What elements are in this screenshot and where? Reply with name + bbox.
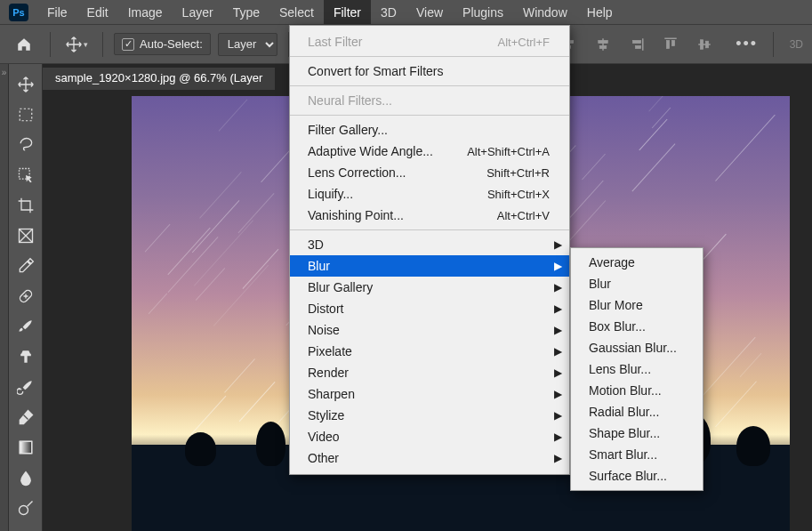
submenu-arrow-icon: ▶ (554, 345, 562, 358)
menu-filter[interactable]: Filter (324, 0, 371, 24)
toolbar (9, 64, 43, 531)
menuitem-lens-correction-[interactable]: Lens Correction...Shift+Ctrl+R (290, 162, 569, 183)
menuitem-box-blur-[interactable]: Box Blur... (571, 316, 703, 337)
submenu-arrow-icon: ▶ (554, 260, 562, 272)
image-content (196, 268, 226, 301)
menuitem-3d[interactable]: 3D▶ (290, 234, 569, 255)
menuitem-convert-for-smart-filters[interactable]: Convert for Smart Filters (290, 60, 569, 82)
menuitem-filter-gallery-[interactable]: Filter Gallery... (290, 119, 569, 141)
menuitem-motion-blur-[interactable]: Motion Blur... (571, 380, 703, 401)
eraser-tool[interactable] (11, 402, 41, 432)
menuitem-neural-filters-: Neural Filters... (290, 90, 569, 111)
menuitem-blur-more[interactable]: Blur More (571, 294, 703, 316)
menuitem-surface-blur-[interactable]: Surface Blur... (571, 465, 703, 487)
align-top-button[interactable] (655, 31, 686, 58)
healing-tool[interactable] (11, 281, 41, 311)
object-select-tool[interactable] (11, 160, 41, 190)
menu-edit[interactable]: Edit (77, 0, 118, 24)
menuitem-distort[interactable]: Distort▶ (290, 298, 569, 319)
gradient-tool[interactable] (11, 432, 41, 463)
svg-point-16 (19, 506, 28, 515)
menuitem-vanishing-point-[interactable]: Vanishing Point...Alt+Ctrl+V (290, 205, 569, 226)
menu-window[interactable]: Window (513, 0, 577, 24)
menu-view[interactable]: View (406, 0, 453, 24)
frame-tool[interactable] (11, 221, 41, 251)
image-content (213, 266, 269, 327)
home-button[interactable] (9, 31, 39, 58)
menuitem-liquify-[interactable]: Liquify...Shift+Ctrl+X (290, 183, 569, 205)
menu-3d[interactable]: 3D (371, 0, 406, 24)
clone-tool[interactable] (11, 342, 41, 372)
auto-select-group: Auto-Select: (114, 33, 211, 55)
menuitem-blur[interactable]: Blur▶ (290, 255, 569, 277)
separator (102, 32, 103, 57)
more-icon: ••• (736, 35, 758, 53)
align-center-h-button[interactable] (588, 31, 618, 58)
move-tool[interactable] (11, 69, 41, 100)
align-group (554, 31, 720, 58)
marquee-tool[interactable] (11, 100, 41, 130)
submenu-arrow-icon: ▶ (554, 302, 562, 315)
blur-tool[interactable] (11, 463, 41, 493)
image-content (740, 353, 762, 377)
menuitem-shape-blur-[interactable]: Shape Blur... (571, 422, 703, 444)
submenu-arrow-icon: ▶ (554, 430, 562, 443)
menuitem-gaussian-blur-[interactable]: Gaussian Blur... (571, 337, 703, 358)
menuitem-average[interactable]: Average (571, 252, 703, 273)
app-logo: Ps (9, 4, 28, 21)
svg-rect-2 (598, 40, 607, 43)
menuitem-smart-blur-[interactable]: Smart Blur... (571, 444, 703, 465)
image-content (243, 249, 279, 289)
menuitem-pixelate[interactable]: Pixelate▶ (290, 341, 569, 362)
menuitem-adaptive-wide-angle-[interactable]: Adaptive Wide Angle...Alt+Shift+Ctrl+A (290, 141, 569, 162)
align-right-button[interactable] (622, 31, 652, 58)
menuitem-stylize[interactable]: Stylize▶ (290, 405, 569, 426)
submenu-arrow-icon: ▶ (554, 388, 562, 400)
brush-tool[interactable] (11, 311, 41, 342)
move-tool-indicator[interactable]: ▾ (61, 31, 92, 58)
dodge-tool[interactable] (11, 493, 41, 523)
menuitem-noise[interactable]: Noise▶ (290, 319, 569, 341)
menuitem-sharpen[interactable]: Sharpen▶ (290, 383, 569, 405)
eyedropper-tool[interactable] (11, 251, 41, 281)
menu-help[interactable]: Help (577, 0, 623, 24)
layer-select[interactable]: Layer (218, 33, 277, 56)
image-content (199, 172, 241, 219)
document-tab[interactable]: sample_1920×1280.jpg @ 66.7% (Layer (43, 68, 275, 90)
image-content (192, 200, 240, 253)
more-options[interactable]: ••• (732, 31, 762, 58)
menu-select[interactable]: Select (269, 0, 324, 24)
menu-image[interactable]: Image (118, 0, 173, 24)
image-content (582, 153, 606, 180)
menu-layer[interactable]: Layer (173, 0, 223, 24)
menuitem-radial-blur-[interactable]: Radial Blur... (571, 401, 703, 422)
image-content (185, 432, 216, 466)
align-center-v-button[interactable] (689, 31, 720, 58)
menuitem-blur[interactable]: Blur (571, 273, 703, 294)
auto-select-checkbox[interactable] (122, 38, 134, 51)
svg-rect-14 (20, 441, 32, 454)
menu-file[interactable]: File (37, 0, 77, 24)
menuitem-other[interactable]: Other▶ (290, 447, 569, 469)
image-content (238, 193, 275, 233)
history-brush-tool[interactable] (11, 372, 41, 402)
menuitem-render[interactable]: Render▶ (290, 362, 569, 383)
crop-tool[interactable] (11, 190, 41, 221)
image-content (256, 422, 285, 466)
blur-submenu: AverageBlurBlur MoreBox Blur...Gaussian … (570, 247, 703, 491)
image-content (224, 358, 255, 393)
lasso-tool[interactable] (11, 130, 41, 160)
menuitem-blur-gallery[interactable]: Blur Gallery▶ (290, 277, 569, 298)
submenu-arrow-icon: ▶ (554, 238, 562, 251)
image-content (149, 294, 167, 315)
menu-plugins[interactable]: Plugins (453, 0, 513, 24)
separator (773, 32, 774, 57)
svg-rect-7 (671, 40, 674, 45)
menuitem-video[interactable]: Video▶ (290, 426, 569, 447)
menuitem-lens-blur-[interactable]: Lens Blur... (571, 358, 703, 380)
image-content (219, 99, 248, 132)
submenu-arrow-icon: ▶ (554, 324, 562, 336)
panel-handle[interactable]: » (0, 64, 9, 531)
image-content (239, 382, 276, 422)
menu-type[interactable]: Type (223, 0, 269, 24)
